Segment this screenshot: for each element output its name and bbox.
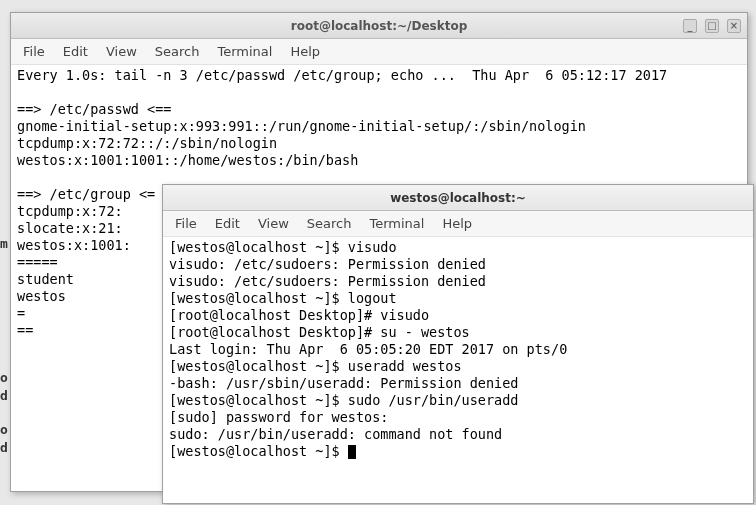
titlebar[interactable]: root@localhost:~/Desktop _ □ × [11, 13, 747, 39]
cursor [348, 445, 356, 459]
terminal-output[interactable]: [westos@localhost ~]$ visudo visudo: /et… [163, 237, 753, 503]
edge-char: d [0, 388, 9, 403]
maximize-button[interactable]: □ [705, 19, 719, 33]
edge-char: d [0, 440, 9, 455]
edge-char: m [0, 236, 9, 251]
menu-search[interactable]: Search [155, 44, 200, 59]
window-title: root@localhost:~/Desktop [11, 19, 747, 33]
minimize-button[interactable]: _ [683, 19, 697, 33]
menu-edit[interactable]: Edit [215, 216, 240, 231]
menu-terminal[interactable]: Terminal [369, 216, 424, 231]
menu-help[interactable]: Help [290, 44, 320, 59]
menu-terminal[interactable]: Terminal [217, 44, 272, 59]
close-button[interactable]: × [727, 19, 741, 33]
menu-help[interactable]: Help [442, 216, 472, 231]
menubar: File Edit View Search Terminal Help [163, 211, 753, 237]
menu-edit[interactable]: Edit [63, 44, 88, 59]
menu-view[interactable]: View [258, 216, 289, 231]
menubar: File Edit View Search Terminal Help [11, 39, 747, 65]
menu-view[interactable]: View [106, 44, 137, 59]
edge-char: o [0, 422, 9, 437]
titlebar[interactable]: westos@localhost:~ [163, 185, 753, 211]
terminal-text: [westos@localhost ~]$ visudo visudo: /et… [169, 239, 567, 459]
menu-search[interactable]: Search [307, 216, 352, 231]
menu-file[interactable]: File [175, 216, 197, 231]
window-title: westos@localhost:~ [163, 191, 753, 205]
menu-file[interactable]: File [23, 44, 45, 59]
terminal-window-westos: westos@localhost:~ File Edit View Search… [162, 184, 754, 504]
edge-char: o [0, 370, 9, 385]
window-controls: _ □ × [683, 19, 741, 33]
